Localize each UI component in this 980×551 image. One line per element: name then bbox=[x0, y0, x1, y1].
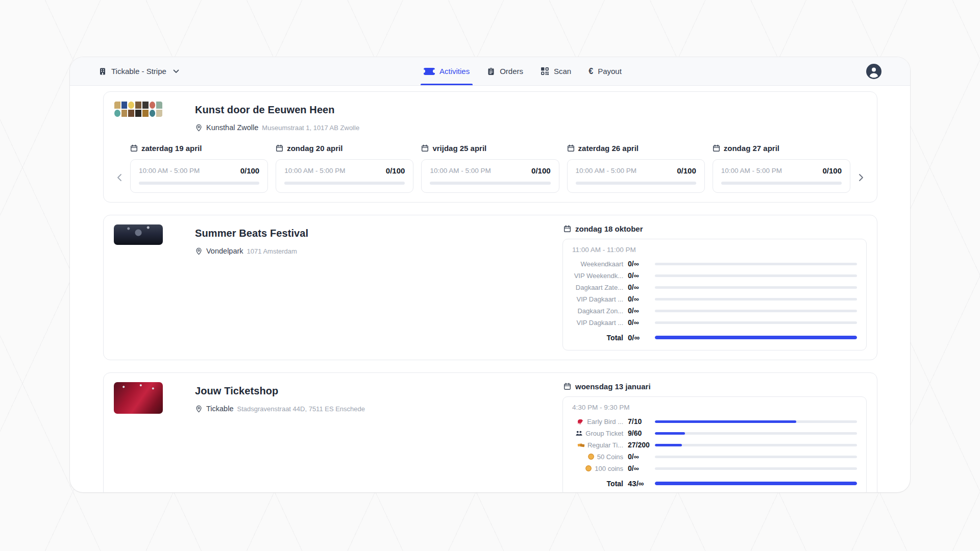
building-icon bbox=[99, 67, 107, 76]
progress-fill bbox=[655, 432, 685, 435]
progress-fill bbox=[655, 336, 857, 339]
venue-address: Museumstraat 1, 1017 AB Zwolle bbox=[262, 124, 359, 132]
progress-track bbox=[430, 182, 550, 185]
day-time: 4:30 PM - 9:30 PM bbox=[572, 404, 857, 411]
euro-icon: € bbox=[589, 67, 593, 76]
ticket-sold: 0/∞ bbox=[628, 464, 650, 472]
progress-track bbox=[655, 432, 857, 435]
ticket-name: Early Bird ... bbox=[587, 418, 623, 425]
tab-scan[interactable]: Scan bbox=[541, 57, 571, 85]
date-slider: zaterdag 19 april 10:00 AM - 5:00 PM0/10… bbox=[114, 144, 867, 193]
day-panel: zondag 18 oktober 11:00 AM - 11:00 PM We… bbox=[562, 224, 867, 350]
ticket-name: VIP Weekendk... bbox=[572, 272, 623, 280]
user-avatar-icon[interactable] bbox=[866, 64, 881, 79]
timeslot-time: 10:00 AM - 5:00 PM bbox=[430, 167, 491, 174]
progress-track bbox=[655, 263, 857, 265]
total-sold: 43/∞ bbox=[628, 479, 650, 488]
calendar-icon bbox=[276, 144, 283, 152]
date-column: zaterdag 26 april 10:00 AM - 5:00 PM0/10… bbox=[567, 144, 705, 193]
bird-icon bbox=[577, 418, 584, 425]
ticket-row: VIP Weekendk...0/∞ bbox=[572, 271, 857, 280]
date-label: zaterdag 19 april bbox=[141, 144, 202, 153]
progress-track bbox=[655, 336, 857, 339]
ticket-sold: 0/∞ bbox=[628, 453, 650, 461]
tickets-icon bbox=[577, 441, 585, 449]
ticket-name: VIP Dagkaart ... bbox=[572, 295, 623, 303]
chevron-right-icon[interactable] bbox=[855, 173, 867, 182]
date-label: vrijdag 25 april bbox=[432, 144, 486, 153]
progress-track bbox=[655, 286, 857, 289]
venue-name: Vondelpark bbox=[206, 247, 243, 255]
ticket-row: Early Bird ... 7/10 bbox=[572, 417, 857, 425]
progress-track bbox=[655, 467, 857, 470]
day-box[interactable]: 11:00 AM - 11:00 PM Weekendkaart0/∞ VIP … bbox=[562, 239, 867, 350]
timeslot-card[interactable]: 10:00 AM - 5:00 PM0/100 bbox=[567, 159, 705, 193]
ticket-row: VIP Dagkaart ...0/∞ bbox=[572, 318, 857, 327]
progress-track bbox=[721, 182, 842, 185]
timeslot-sold: 0/100 bbox=[822, 166, 842, 175]
progress-track bbox=[655, 456, 857, 458]
activities-list: Kunst door de Eeuwen Heen Kunsthal Zwoll… bbox=[70, 86, 910, 492]
ticket-sold: 0/∞ bbox=[628, 295, 650, 303]
timeslot-sold: 0/100 bbox=[531, 166, 551, 175]
day-label: zondag 18 oktober bbox=[575, 224, 643, 233]
ticket-sold: 7/10 bbox=[628, 417, 650, 425]
app-header: Tickable - Stripe Activities Orders Scan bbox=[70, 57, 910, 86]
ticket-name: VIP Dagkaart ... bbox=[572, 319, 623, 327]
day-label: woensdag 13 januari bbox=[575, 382, 651, 391]
day-time: 11:00 AM - 11:00 PM bbox=[572, 246, 857, 254]
timeslot-time: 10:00 AM - 5:00 PM bbox=[576, 167, 636, 174]
organization-switcher[interactable]: Tickable - Stripe bbox=[99, 57, 179, 85]
date-label: zondag 20 april bbox=[287, 144, 342, 153]
timeslot-card[interactable]: 10:00 AM - 5:00 PM0/100 bbox=[713, 159, 850, 193]
tab-scan-label: Scan bbox=[554, 67, 571, 76]
ticket-name: Dagkaart Zate... bbox=[572, 284, 623, 291]
timeslot-card[interactable]: 10:00 AM - 5:00 PM0/100 bbox=[130, 159, 268, 193]
event-title: Summer Beats Festival bbox=[195, 228, 308, 239]
progress-fill bbox=[655, 482, 857, 485]
location-pin-icon bbox=[195, 247, 203, 255]
ticket-row: Dagkaart Zon...0/∞ bbox=[572, 307, 857, 315]
venue-address: 1071 Amsterdam bbox=[247, 247, 297, 255]
timeslot-card[interactable]: 10:00 AM - 5:00 PM0/100 bbox=[421, 159, 559, 193]
ticket-sold: 9/60 bbox=[628, 429, 650, 437]
event-thumbnail-concert bbox=[114, 224, 163, 245]
ticket-row: Dagkaart Zate...0/∞ bbox=[572, 283, 857, 291]
tab-payout[interactable]: € Payout bbox=[589, 57, 622, 85]
calendar-icon bbox=[567, 144, 575, 152]
clipboard-icon bbox=[487, 67, 495, 76]
date-column: vrijdag 25 april 10:00 AM - 5:00 PM0/100 bbox=[421, 144, 559, 193]
event-thumbnail-collage bbox=[114, 101, 163, 117]
ticket-sold: 0/∞ bbox=[628, 307, 650, 315]
location-pin-icon bbox=[195, 405, 203, 413]
ticket-row: Group Ticket 9/60 bbox=[572, 429, 857, 437]
progress-track bbox=[655, 444, 857, 446]
day-box[interactable]: 4:30 PM - 9:30 PM Early Bird ... 7/10 Gr… bbox=[562, 396, 867, 492]
tab-activities[interactable]: Activities bbox=[424, 57, 470, 85]
progress-fill bbox=[655, 444, 682, 446]
timeslot-card[interactable]: 10:00 AM - 5:00 PM0/100 bbox=[276, 159, 413, 193]
progress-track bbox=[284, 182, 405, 185]
total-label: Total bbox=[572, 334, 623, 342]
tab-orders[interactable]: Orders bbox=[487, 57, 523, 85]
ticket-row: 100 coins 0/∞ bbox=[572, 464, 857, 472]
timeslot-time: 10:00 AM - 5:00 PM bbox=[139, 167, 200, 174]
calendar-icon bbox=[564, 225, 571, 233]
ticket-row: 50 Coins 0/∞ bbox=[572, 453, 857, 461]
ticket-sold: 0/∞ bbox=[628, 271, 650, 280]
ticket-name: Group Ticket bbox=[585, 430, 623, 437]
event-card-kunst: Kunst door de Eeuwen Heen Kunsthal Zwoll… bbox=[103, 91, 877, 203]
venue-name: Kunsthal Zwolle bbox=[206, 123, 258, 132]
main-nav: Activities Orders Scan € Payout bbox=[424, 57, 622, 85]
ticket-sold: 0/∞ bbox=[628, 283, 650, 291]
location-pin-icon bbox=[195, 124, 203, 132]
event-card-jouw-ticketshop: Jouw Ticketshop Tickable Stadsgravenstra… bbox=[103, 372, 877, 492]
venue-name: Tickable bbox=[206, 405, 233, 413]
timeslot-sold: 0/100 bbox=[240, 166, 260, 175]
calendar-icon bbox=[713, 144, 720, 152]
chevron-left-icon[interactable] bbox=[114, 173, 125, 182]
app-window: Tickable - Stripe Activities Orders Scan bbox=[70, 57, 910, 492]
progress-track bbox=[655, 310, 857, 312]
progress-track bbox=[139, 182, 259, 185]
tab-orders-label: Orders bbox=[500, 67, 523, 76]
